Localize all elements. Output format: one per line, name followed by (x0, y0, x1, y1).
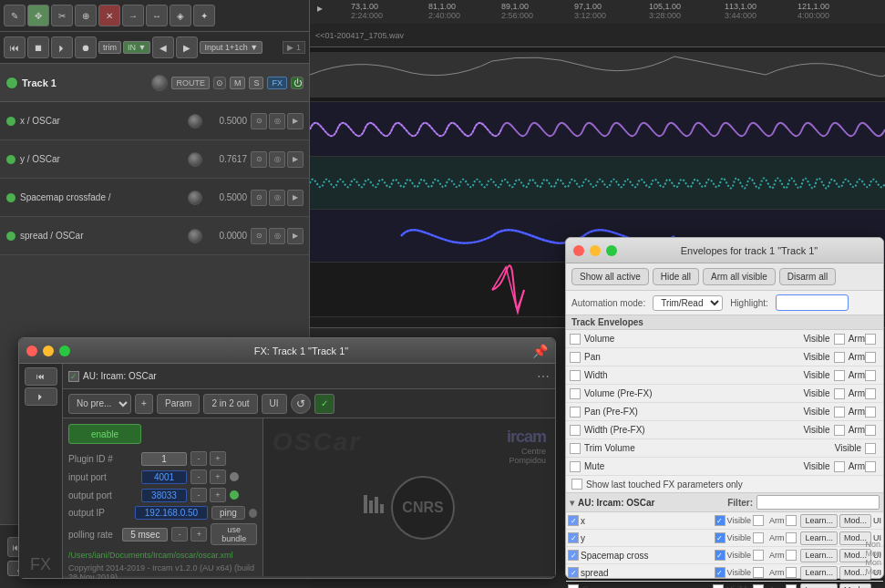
tool-pencil[interactable]: ✎ (4, 5, 26, 26)
env-param-bypass-check[interactable] (568, 584, 579, 588)
param-y-knob[interactable] (188, 152, 202, 167)
env-vol-prefx-check[interactable] (570, 388, 581, 399)
trim-btn[interactable]: trim (98, 41, 121, 54)
tool-resize[interactable]: ↔ (146, 5, 168, 26)
tool-2a[interactable]: ⏮ (4, 36, 26, 58)
track-io-btn[interactable]: ⊙ (213, 77, 226, 89)
env-x-mod-btn[interactable]: Mod... (839, 514, 871, 528)
track-m-btn[interactable]: M (230, 77, 246, 89)
param-spacemap-power[interactable] (5, 192, 16, 203)
env-au-expand-icon[interactable]: ▾ (570, 498, 574, 508)
env-show-last-check[interactable] (571, 479, 582, 490)
env-param-y-check[interactable]: ✓ (568, 532, 579, 543)
param-y-btn3[interactable]: ▶ (287, 151, 304, 168)
fx-reset-btn[interactable]: ↺ (291, 394, 311, 414)
param-spread-btn1[interactable]: ⊙ (251, 228, 267, 244)
env-filter-input[interactable] (756, 495, 880, 510)
env-pan-prefx-check[interactable] (570, 407, 581, 418)
oscar-id-plus[interactable]: + (210, 451, 226, 466)
env-x-visible-check[interactable] (753, 515, 764, 526)
track-volume-knob[interactable] (151, 75, 168, 91)
tool-cursor[interactable]: ✥ (27, 5, 49, 26)
env-width-arm-check[interactable] (865, 370, 876, 381)
env-param-spread-x-check[interactable]: ✓ (715, 567, 725, 578)
oscar-input-minus[interactable]: - (190, 469, 207, 484)
show-all-active-btn[interactable]: Show all active (571, 268, 649, 285)
env-spread-arm-check[interactable] (786, 567, 797, 578)
fx-ui-btn[interactable]: UI (262, 394, 287, 414)
fx-plus-btn[interactable]: + (135, 394, 153, 414)
track-power-btn[interactable] (5, 77, 18, 89)
env-trim-vol-visible-check[interactable] (865, 443, 876, 454)
track-fx-btn[interactable]: FX (267, 77, 287, 89)
param-spacemap-btn2[interactable]: ◎ (269, 190, 285, 206)
fx-side-btn2[interactable]: ⏵ (25, 387, 57, 406)
tool-delete[interactable]: ✕ (98, 5, 120, 26)
env-spacemap-learn-btn[interactable]: Learn... (800, 549, 838, 562)
env-param-bypass-x-check[interactable] (713, 584, 724, 588)
disarm-all-btn[interactable]: Disarm all (779, 268, 836, 285)
oscar-output-minus[interactable]: - (190, 488, 207, 502)
env-highlight-input[interactable] (776, 294, 849, 311)
env-max-btn[interactable] (606, 245, 617, 256)
fx-plugin-menu[interactable]: ⋯ (537, 369, 550, 384)
oscar-ping-btn[interactable]: ping (211, 506, 245, 520)
env-bypass-mod-btn[interactable]: Mod... (839, 583, 871, 589)
oscar-input-plus[interactable]: + (210, 469, 226, 484)
env-param-x-x-check[interactable]: ✓ (715, 515, 725, 526)
oscar-id-minus[interactable]: - (190, 451, 207, 466)
input-select[interactable]: Input 1+1ch ▼ (200, 41, 262, 54)
env-spread-learn-btn[interactable]: Learn... (800, 566, 838, 580)
param-spread-btn2[interactable]: ◎ (269, 228, 285, 244)
param-x-knob[interactable] (188, 114, 202, 129)
env-mute-check[interactable] (570, 461, 581, 472)
env-close-btn[interactable] (573, 245, 584, 256)
env-automation-select[interactable]: Trim/Read (653, 295, 723, 311)
tool-extra[interactable]: ✦ (193, 5, 215, 26)
fx-pin-btn[interactable]: 📌 (532, 344, 548, 358)
tool-2d[interactable]: ⏺ (75, 36, 97, 58)
param-y-power[interactable] (5, 154, 16, 165)
tool-2b[interactable]: ⏹ (27, 36, 49, 58)
env-volume-check[interactable] (570, 334, 581, 345)
env-param-spread-check[interactable]: ✓ (568, 567, 579, 578)
tool-zoom[interactable]: ⊕ (75, 5, 97, 26)
env-spread-visible-check[interactable] (753, 567, 764, 578)
env-volume-visible-check[interactable] (834, 334, 845, 345)
param-y-btn1[interactable]: ⊙ (251, 151, 267, 168)
param-spread-knob[interactable] (188, 229, 202, 243)
hide-all-btn[interactable]: Hide all (653, 268, 699, 285)
env-pan-check[interactable] (570, 352, 581, 363)
tool-rewind[interactable]: ◀ (152, 36, 174, 58)
fx-param-btn[interactable]: Param (157, 394, 200, 414)
env-spacemap-arm-check[interactable] (786, 550, 797, 561)
oscar-output-plus[interactable]: + (210, 488, 226, 502)
param-spacemap-btn1[interactable]: ⊙ (251, 190, 267, 206)
env-mute-visible-check[interactable] (834, 461, 845, 472)
env-vol-prefx-arm-check[interactable] (865, 388, 876, 399)
env-y-arm-check[interactable] (786, 532, 797, 543)
env-min-btn[interactable] (590, 245, 601, 256)
param-spread-power[interactable] (5, 231, 16, 242)
env-vol-prefx-visible-check[interactable] (834, 388, 845, 399)
env-bypass-visible-check[interactable] (753, 584, 764, 588)
env-param-spacemap-x-check[interactable]: ✓ (715, 550, 725, 561)
env-param-x-check[interactable]: ✓ (568, 515, 579, 526)
fx-side-btn1[interactable]: ⏮ (25, 367, 57, 386)
env-width-prefx-check[interactable] (570, 425, 581, 436)
env-width-prefx-visible-check[interactable] (834, 425, 845, 436)
param-x-power[interactable] (5, 116, 16, 127)
env-pan-prefx-visible-check[interactable] (834, 407, 845, 418)
env-pan-visible-check[interactable] (834, 352, 845, 363)
env-volume-arm-check[interactable] (865, 334, 876, 345)
fx-preset-select[interactable]: No pre... (68, 394, 131, 414)
in-btn[interactable]: IN ▼ (123, 41, 150, 54)
env-y-visible-check[interactable] (753, 532, 764, 543)
env-param-spacemap-check[interactable]: ✓ (568, 550, 579, 561)
env-bypass-arm-check[interactable] (786, 584, 797, 588)
fx-close-btn[interactable] (26, 346, 37, 356)
param-x-btn1[interactable]: ⊙ (251, 113, 267, 129)
env-spacemap-visible-check[interactable] (753, 550, 764, 561)
env-trim-vol-check[interactable] (570, 443, 581, 454)
param-x-btn3[interactable]: ▶ (287, 113, 304, 129)
